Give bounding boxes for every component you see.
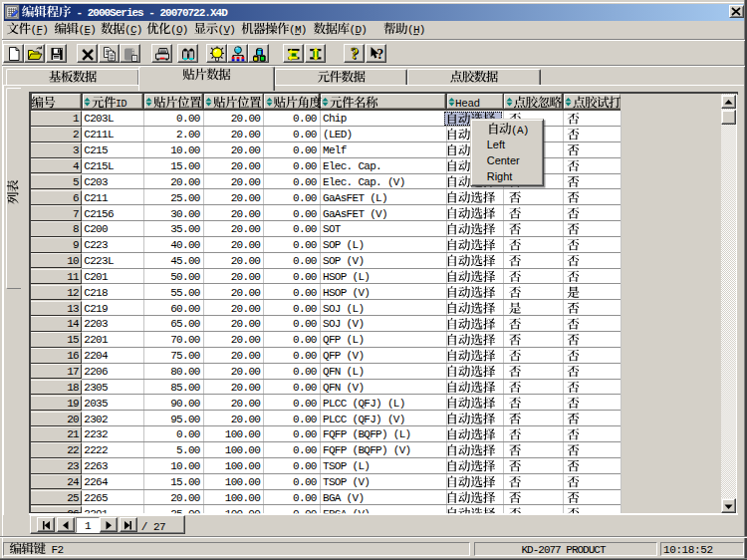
svg-text:?: ?: [351, 45, 359, 62]
svg-text:?: ?: [376, 47, 383, 62]
